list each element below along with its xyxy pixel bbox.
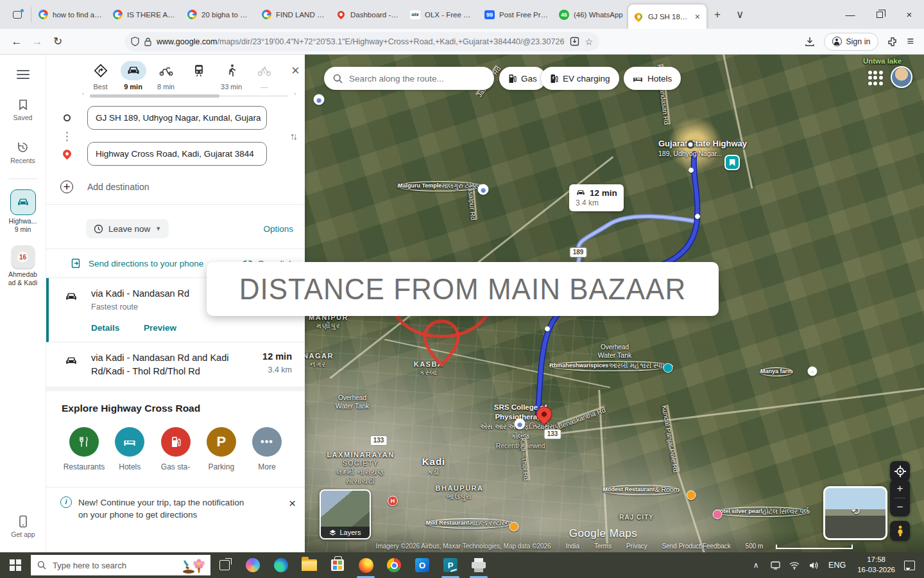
edge-icon[interactable] (267, 552, 295, 578)
explore-more[interactable]: ••• More (246, 427, 288, 471)
scroll-right-arrow[interactable]: › (294, 91, 296, 97)
wifi-icon[interactable] (785, 552, 804, 578)
leave-now-dropdown[interactable]: Leave now ▼ (86, 219, 169, 238)
tab-2[interactable]: IS THERE ANY B (107, 0, 182, 29)
reload-icon[interactable]: ↻ (47, 32, 68, 51)
explore-gas-stations[interactable]: Gas sta- (155, 427, 197, 471)
firefox-icon[interactable] (352, 552, 380, 578)
options-link[interactable]: Options (263, 224, 293, 234)
saved-place-marker[interactable] (724, 155, 740, 170)
tab-8[interactable]: 46(46) WhatsApp (554, 0, 628, 29)
tab-1[interactable]: how to find ana (33, 0, 107, 29)
origin-marker[interactable] (687, 141, 695, 149)
active-route-shortcut[interactable] (10, 189, 36, 215)
extensions-icon[interactable] (887, 37, 898, 47)
chrome-icon[interactable] (380, 552, 408, 578)
destination-input[interactable]: Highway Cross Road, Kadi, Gujarat 3844 (87, 142, 267, 166)
start-button[interactable] (0, 552, 31, 578)
tab-5[interactable]: Dashboard - De (330, 0, 405, 29)
hotel-poi-icon[interactable] (713, 510, 723, 520)
menu-icon[interactable] (17, 70, 30, 79)
layers-control[interactable]: Layers (320, 489, 371, 539)
action-center-icon[interactable] (904, 561, 915, 570)
tab-7[interactable]: 99Post Free Prope (479, 0, 554, 29)
attribution-india[interactable]: India (565, 543, 579, 550)
temple-poi-icon[interactable]: ◉ (478, 184, 489, 195)
show-hidden-icons-chevron[interactable]: ∧ (746, 552, 766, 578)
explore-restaurants[interactable]: Restaurants (63, 427, 105, 471)
swap-origin-destination-icon[interactable]: ↑↓ (290, 130, 296, 141)
sidebar-item-recents[interactable]: Recents (0, 141, 46, 164)
menu-hamburger-icon[interactable]: ≡ (907, 35, 914, 48)
outlook-icon[interactable]: O (408, 552, 436, 578)
tab-6[interactable]: olxOLX - Free class (405, 0, 479, 29)
bookmark-star-icon[interactable]: ☆ (585, 37, 593, 47)
attribution-feedback[interactable]: Send Product Feedback (662, 543, 731, 550)
printer-icon[interactable] (465, 552, 493, 578)
mode-driving[interactable]: 9 min (119, 61, 148, 91)
forward-icon[interactable]: → (27, 32, 47, 51)
close-directions-icon[interactable]: × (291, 61, 300, 80)
pegman-button[interactable] (890, 521, 910, 541)
chip-hotels[interactable]: Hotels (624, 67, 681, 90)
copilot-icon[interactable] (239, 552, 267, 578)
tab-list-chevron-icon[interactable]: ∨ (728, 8, 751, 21)
save-to-collection-icon[interactable] (570, 37, 579, 46)
route-preview-link[interactable]: Preview (144, 323, 176, 333)
sidebar-item-saved[interactable]: Saved (0, 98, 46, 121)
clock[interactable]: 17:58 16-03-2026 (851, 555, 902, 575)
mode-walking[interactable]: 33 min (217, 61, 246, 91)
display-device-icon[interactable] (766, 552, 785, 578)
add-destination-button[interactable]: + Add destination (46, 180, 305, 194)
profile-avatar[interactable] (891, 66, 912, 88)
tab-4[interactable]: FIND LAND BUY (256, 0, 330, 29)
language-indicator[interactable]: ENG (823, 561, 851, 570)
new-tab-button[interactable]: + (706, 8, 728, 21)
dismiss-notification-icon[interactable]: × (289, 496, 296, 511)
attribution-terms[interactable]: Terms (594, 543, 612, 550)
tab-active-maps[interactable]: GJ SH 189, U× (628, 4, 706, 29)
restaurant-poi-icon[interactable] (509, 522, 519, 532)
google-apps-grid-icon[interactable] (866, 69, 884, 87)
send-to-phone-link[interactable]: Send directions to your phone (89, 259, 203, 268)
downloads-icon[interactable] (805, 37, 815, 47)
zoom-out-button[interactable]: − (890, 498, 910, 516)
route-time-bubble[interactable]: 12 min 3.4 km (569, 184, 624, 211)
modes-scrollbar[interactable]: ‹ › (85, 93, 293, 98)
spices-poi-icon[interactable] (663, 363, 673, 373)
file-explorer-icon[interactable] (295, 552, 323, 578)
get-app-button[interactable]: Get app (0, 515, 46, 538)
mode-best[interactable]: Best (86, 61, 115, 91)
window-minimize-button[interactable]: — (835, 0, 865, 29)
p-app-icon[interactable]: P (436, 552, 465, 578)
task-view-button[interactable] (210, 552, 239, 578)
chip-gas[interactable]: Gas (499, 67, 546, 90)
explore-parking[interactable]: P Parking (200, 427, 243, 471)
mode-two-wheeler[interactable]: 8 min (151, 61, 180, 91)
scrollbar-thumb[interactable] (90, 94, 219, 98)
places-shortcut[interactable]: 16 (12, 245, 35, 268)
attribution-privacy[interactable]: Privacy (626, 543, 647, 550)
taskbar-search-input[interactable]: Type here to search (31, 555, 210, 575)
route-option-2[interactable]: via Kadi - Nandasan Rd and Kadi Rd/Kadi … (46, 342, 305, 387)
search-along-route-input[interactable]: Search along the route... (324, 67, 494, 90)
window-close-button[interactable]: × (894, 0, 924, 29)
url-bar[interactable]: www.google.com/maps/dir/23°19'00.4"N+72°… (124, 32, 599, 51)
chip-ev-charging[interactable]: EV charging (541, 67, 619, 90)
microsoft-store-icon[interactable] (323, 552, 352, 578)
mode-cycling[interactable]: — (250, 61, 278, 91)
route-waypoint-dot[interactable] (545, 326, 550, 331)
tab-close-icon[interactable]: × (694, 12, 701, 22)
roundabout-icon[interactable]: ◉ (314, 94, 325, 105)
explore-hotels[interactable]: Hotels (108, 427, 151, 471)
farm-poi-icon[interactable]: ◦ (808, 367, 817, 376)
tab-3[interactable]: 20 bigha to acre (182, 0, 256, 29)
college-poi-icon[interactable]: ◉ (515, 419, 526, 430)
window-restore-button[interactable] (865, 0, 894, 29)
hospital-poi-icon[interactable]: H (388, 496, 398, 506)
back-icon[interactable]: ← (6, 32, 27, 51)
restaurant-poi-icon[interactable] (687, 491, 696, 500)
sign-in-button[interactable]: Sign in (824, 33, 878, 51)
volume-icon[interactable] (804, 552, 823, 578)
route-details-link[interactable]: Details (91, 323, 119, 333)
